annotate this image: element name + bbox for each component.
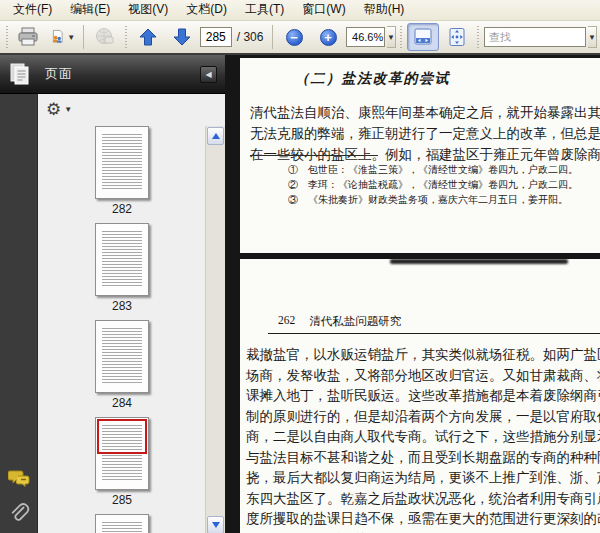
pages-panel-header: 页面 ◀ (0, 55, 225, 94)
thumbnail-text-lines (102, 522, 142, 533)
thumbnail-page-number: 282 (95, 199, 149, 220)
menu-item[interactable]: 文件(F) (4, 0, 61, 21)
menu-item[interactable]: 视图(V) (119, 0, 177, 21)
zoom-dropdown-button[interactable]: ▼ (387, 26, 396, 48)
options-button[interactable]: ⚙ ▼ (38, 94, 225, 124)
thumbnail-text-lines (102, 231, 142, 287)
section-heading: （二）盐法改革的尝试 (295, 70, 450, 88)
menu-item[interactable]: 编辑(E) (61, 0, 119, 21)
thumbnail-page-image[interactable] (95, 223, 149, 296)
thumbnail-page-number: 283 (95, 296, 149, 317)
fit-width-icon (412, 27, 434, 47)
footnote-rule (250, 155, 378, 156)
page-thumbnail[interactable]: 286 (95, 514, 149, 533)
running-header: 262 清代私盐问题研究 (278, 314, 401, 329)
globe-icon (94, 27, 116, 47)
toolbar-grip[interactable] (125, 26, 128, 48)
dropdown-arrow-icon: ▼ (67, 33, 75, 42)
next-page-button[interactable] (166, 23, 198, 51)
book-title: 清代私盐问题研究 (309, 314, 401, 329)
scroll-down-button[interactable] (207, 516, 224, 533)
menu-item[interactable]: 窗口(W) (293, 0, 354, 21)
thumbnail-panel: ⚙ ▼ 282 (38, 94, 225, 533)
text-line: 裁撤盐官，以水贩运销盐斤，其实类似就场征税。如两广盐区裁 (246, 345, 600, 366)
page-number-input[interactable] (200, 27, 232, 47)
thumbnail-scrollbar[interactable] (205, 126, 225, 533)
document-page-284: （二）盐法改革的尝试 清代盐法自顺治、康熙年间基本确定之后，就开始暴露出其无法克… (240, 58, 600, 253)
thumbnail-page-number: 284 (95, 393, 149, 414)
zoom-in-button[interactable]: + (312, 23, 344, 51)
menu-bar: 文件(F)编辑(E)视图(V)文档(D)工具(T)窗口(W)帮助(H) (0, 0, 600, 21)
pages-icon (9, 62, 31, 86)
fit-page-icon (446, 27, 468, 47)
text-line: 商，二是以自由商人取代专商。试行之下，这些措施分别显示了 (246, 427, 600, 448)
toolbar: ▼ / 306 − + (0, 21, 600, 55)
gear-icon: ⚙ (46, 99, 61, 120)
header-rule (268, 333, 600, 334)
text-line: 度所攫取的盐课日趋不保，亟需在更大的范围进行更深刻的改 (246, 509, 600, 530)
scroll-up-button[interactable] (207, 127, 224, 145)
page-thumbnail[interactable]: 285 (95, 417, 149, 511)
zoom-out-button[interactable]: − (278, 23, 310, 51)
toolbar-separator (272, 25, 273, 49)
pages-sidebar: 页面 ◀ ⚙ ▼ (0, 55, 225, 533)
comments-icon[interactable] (8, 467, 30, 489)
thumbnail-page-number: 285 (95, 490, 149, 511)
document-view: （二）盐法改革的尝试 清代盐法自顺治、康熙年间基本确定之后，就开始暴露出其无法克… (225, 55, 600, 533)
menu-item[interactable]: 工具(T) (236, 0, 293, 21)
plus-icon: + (320, 29, 337, 46)
find-input[interactable] (484, 27, 586, 47)
full-screen-button[interactable] (441, 23, 473, 51)
thumbnail-text-lines (102, 134, 142, 190)
toolbar-grip[interactable] (5, 26, 8, 48)
text-line: 与盐法目标不甚和谐之处，而且受到长期盘踞的专商的种种阻 (246, 448, 600, 469)
scrolling-mode-button[interactable] (407, 23, 439, 51)
footnote-line: ① 包世臣：《淮盐三策》，《清经世文编》卷四九，户政二四。 (288, 162, 600, 177)
collaborate-icon (49, 27, 65, 47)
previous-page-button[interactable] (132, 23, 164, 51)
collaborate-button[interactable]: ▼ (46, 23, 78, 51)
panel-title: 页面 (45, 65, 73, 83)
navigation-icon-strip (0, 94, 38, 533)
thumbnail-page-image[interactable] (95, 417, 149, 490)
thumbnail-text-lines (102, 328, 142, 384)
thumbnail-page-image[interactable] (95, 320, 149, 393)
toolbar-grip[interactable] (400, 26, 403, 48)
printer-icon (17, 27, 39, 47)
pdf-reader-window: 文件(F)编辑(E)视图(V)文档(D)工具(T)窗口(W)帮助(H) ▼ (0, 0, 600, 533)
page-thumbnail[interactable]: 284 (95, 320, 149, 414)
chevron-up-icon (212, 133, 220, 139)
thumbnail-list: 282 283 (38, 126, 206, 533)
toolbar-grip[interactable] (477, 26, 480, 48)
thumbnail-page-image[interactable] (95, 514, 149, 533)
minus-icon: − (286, 29, 303, 46)
text-line: 课摊入地丁，盐听民贩运。这些改革措施都是本着废除纲商引岸 (246, 386, 600, 407)
visible-area-highlight (97, 419, 147, 454)
text-line: 挠，最后大都以复归商运为结局，更谈不上推广到淮、浙、芦、 (246, 468, 600, 489)
page-thumbnail[interactable]: 282 (95, 126, 149, 220)
arrow-down-icon (172, 27, 192, 47)
footnote-line: ② 李珥：《论抽盐税疏》，《清经世文编》卷四九，户政二四。 (288, 177, 600, 192)
menu-item[interactable]: 文档(D) (177, 0, 236, 21)
document-page-285: 262 清代私盐问题研究 裁撤盐官，以水贩运销盐斤，其实类似就场征税。如两广盐区… (240, 259, 600, 533)
text-line: 无法克服的弊端，雍正朝进行了一定意义上的改革，但总是集中 (250, 123, 600, 144)
footnotes: ① 包世臣：《淮盐三策》，《清经世文编》卷四九，户政二四。② 李珥：《论抽盐税疏… (288, 162, 600, 207)
footnote-line: ③ 《朱批奏折》财政类盐务项，嘉庆六年二月五日，姜开阳。 (288, 192, 600, 207)
find-dropdown-button[interactable]: ▼ (588, 26, 597, 48)
page-number: 262 (278, 314, 295, 329)
page-thumbnail[interactable]: 283 (95, 223, 149, 317)
toolbar-separator (83, 25, 84, 49)
text-line: 清代盐法自顺治、康熙年间基本确定之后，就开始暴露出其 (250, 102, 600, 123)
share-button[interactable] (89, 23, 121, 51)
scan-artifact (390, 259, 568, 264)
text-line: 场商，发帑收盐，又将部分地区改归官运。又如甘肃裁商、将盐 (246, 366, 600, 387)
text-line: 制的原则进行的，但是却沿着两个方向发展，一是以官府取代专 (246, 407, 600, 428)
thumbnail-page-image[interactable] (95, 126, 149, 199)
paperclip-icon[interactable] (8, 502, 30, 524)
collapse-panel-button[interactable]: ◀ (200, 66, 217, 83)
chevron-down-icon (212, 522, 220, 528)
menu-item[interactable]: 帮助(H) (355, 0, 414, 21)
arrow-up-icon (138, 27, 158, 47)
zoom-level-display[interactable]: 46.6% (346, 27, 385, 47)
print-button[interactable] (12, 23, 44, 51)
